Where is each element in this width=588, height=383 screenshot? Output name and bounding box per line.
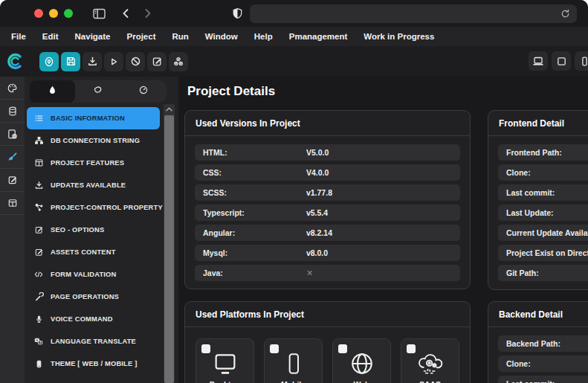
smartphone-icon bbox=[282, 350, 306, 377]
sidebar-scrollbar[interactable] bbox=[164, 104, 175, 383]
sidebar-item-language-translate[interactable]: LANGUAGE TRANSLATE bbox=[27, 330, 160, 353]
tab-clock[interactable] bbox=[121, 80, 167, 103]
sidebar-item-theme-web-mobile[interactable]: THEME [ WEB / MOBILE ] bbox=[27, 353, 160, 375]
scroll-up-icon[interactable] bbox=[164, 104, 175, 115]
card-title: Backend Detail bbox=[488, 302, 588, 327]
backend-row: Backend Path: bbox=[498, 335, 588, 352]
tablet-preview-button[interactable] bbox=[552, 51, 571, 71]
shape-icon bbox=[92, 85, 103, 98]
paintbrush-icon[interactable] bbox=[0, 146, 25, 169]
version-row-typescript: Typescript: v5.5.4 bbox=[195, 205, 460, 221]
refresh-icon[interactable] bbox=[558, 7, 572, 20]
sidebar-item-label: UPDATES AVAILABLE bbox=[51, 181, 126, 189]
frontend-row: Last Update: bbox=[498, 205, 588, 221]
laptop-preview-button[interactable] bbox=[529, 51, 548, 71]
sidebar-toggle-icon[interactable] bbox=[92, 7, 106, 20]
row-label: SCSS: bbox=[203, 188, 227, 197]
frontend-detail-card: Frontend Detail Frontend Path: Clone: La… bbox=[488, 110, 588, 290]
scrollbar-thumb[interactable] bbox=[164, 115, 174, 383]
forward-icon[interactable] bbox=[141, 7, 155, 20]
back-icon[interactable] bbox=[119, 7, 132, 20]
layout-grid-icon[interactable] bbox=[0, 192, 25, 215]
minimize-window-button[interactable] bbox=[49, 9, 58, 18]
menu-edit[interactable]: Edit bbox=[34, 27, 67, 46]
menu-help[interactable]: Help bbox=[246, 27, 281, 46]
desktop-checkbox[interactable] bbox=[201, 344, 210, 353]
sidebar-item-project-control-property[interactable]: PROJECT-CONTROL PROPERTY bbox=[27, 196, 160, 219]
sidebar-item-label: BASIC INFORMATION bbox=[51, 115, 125, 122]
tab-droplet[interactable] bbox=[30, 80, 75, 103]
file-user-icon[interactable] bbox=[0, 123, 25, 146]
card-title: Frontend Detail bbox=[488, 111, 588, 136]
row-label: HTML: bbox=[203, 148, 227, 157]
run-button[interactable] bbox=[104, 52, 123, 71]
menu-window[interactable]: Window bbox=[197, 27, 246, 46]
palette-icon[interactable] bbox=[0, 77, 25, 100]
menu-bar: File Edit Navigate Project Run Window He… bbox=[0, 27, 588, 46]
tab-shape[interactable] bbox=[75, 80, 120, 103]
row-label: Last commit: bbox=[506, 379, 555, 383]
menu-navigate[interactable]: Navigate bbox=[67, 27, 119, 46]
platform-tile-desktop[interactable]: Desktop bbox=[196, 338, 254, 383]
zoom-window-button[interactable] bbox=[64, 9, 73, 18]
menu-pmanagement[interactable]: Pmanagement bbox=[281, 27, 356, 46]
app-logo-icon bbox=[5, 51, 25, 71]
close-window-button[interactable] bbox=[34, 9, 43, 18]
droplet-icon bbox=[48, 85, 57, 98]
backend-detail-card: Backend Detail Backend Path: Clone: Last… bbox=[488, 301, 588, 383]
sidebar-item-db-connection-string[interactable]: DB CONNECTION STRING bbox=[27, 129, 160, 152]
row-label: CSS: bbox=[203, 168, 222, 177]
sidebar-item-page-operations[interactable]: PAGE OPERATIONS bbox=[27, 286, 160, 308]
sidebar-item-assets-content[interactable]: ASSETS CONTENT bbox=[27, 241, 160, 263]
row-label: Typescript: bbox=[203, 208, 245, 217]
backend-row: Last commit: bbox=[498, 376, 588, 383]
platform-label: Web bbox=[354, 380, 370, 383]
sidebar-item-updates-available[interactable]: UPDATES AVAILABLE bbox=[27, 174, 160, 196]
version-row-mysql: Mysql: v8.0.0 bbox=[195, 245, 460, 261]
menu-work-in-progress[interactable]: Work in Progress bbox=[355, 27, 442, 46]
app-window: File Edit Navigate Project Run Window He… bbox=[0, 0, 588, 383]
title-bar bbox=[0, 0, 588, 27]
shield-icon[interactable] bbox=[230, 7, 244, 20]
save-button[interactable] bbox=[61, 52, 80, 71]
row-value: V5.0.0 bbox=[306, 148, 329, 157]
row-label: Current Update Available: bbox=[506, 228, 588, 237]
share-nodes-icon bbox=[31, 203, 46, 212]
platform-tile-mobile[interactable]: Mobile bbox=[264, 338, 323, 383]
badge-button[interactable] bbox=[39, 52, 59, 71]
row-label: Mysql: bbox=[203, 248, 227, 257]
sidebar-item-basic-information[interactable]: BASIC INFORMATION bbox=[27, 107, 160, 129]
row-value: V4.0.0 bbox=[306, 168, 329, 177]
saas-checkbox[interactable] bbox=[407, 344, 416, 353]
row-label: Frontend Path: bbox=[506, 148, 562, 157]
sidebar-item-voice-command[interactable]: VOICE COMMAND bbox=[27, 308, 160, 330]
platform-tile-saas[interactable]: SAAS bbox=[401, 338, 459, 383]
platform-tile-web[interactable]: Web bbox=[332, 338, 391, 383]
wrench-icon bbox=[31, 292, 46, 301]
frontend-row: Project Exist on Directory: bbox=[498, 245, 588, 261]
download-button[interactable] bbox=[83, 52, 102, 71]
mobile-checkbox[interactable] bbox=[270, 344, 279, 353]
web-checkbox[interactable] bbox=[338, 344, 347, 353]
sidebar-tabstrip bbox=[30, 80, 167, 103]
platform-label: Mobile bbox=[281, 380, 306, 383]
row-value: v8.0.0 bbox=[306, 248, 328, 257]
database-icon[interactable] bbox=[0, 100, 25, 123]
sidebar-item-seo-options[interactable]: SEO - OPTIONS bbox=[27, 219, 160, 241]
menu-run[interactable]: Run bbox=[164, 27, 196, 46]
sidebar-item-label: THEME [ WEB / MOBILE ] bbox=[51, 360, 137, 367]
sidebar-item-project-features[interactable]: PROJECT FEATURES bbox=[27, 152, 160, 174]
phone-preview-button[interactable] bbox=[575, 51, 588, 71]
menu-project[interactable]: Project bbox=[118, 27, 164, 46]
address-bar[interactable] bbox=[250, 4, 577, 23]
menu-file[interactable]: File bbox=[3, 27, 34, 46]
clock-icon bbox=[138, 85, 149, 98]
sidebar-item-label: PAGE OPERATIONS bbox=[51, 293, 119, 300]
platform-label: Desktop bbox=[210, 380, 240, 383]
row-label: Clone: bbox=[506, 359, 531, 368]
edit-square-icon[interactable] bbox=[0, 169, 25, 192]
cluster-button[interactable] bbox=[169, 52, 188, 71]
edit-button[interactable] bbox=[147, 52, 167, 71]
block-button[interactable] bbox=[126, 52, 145, 71]
sidebar-item-form-validation[interactable]: FORM VALIDATION bbox=[27, 263, 160, 286]
